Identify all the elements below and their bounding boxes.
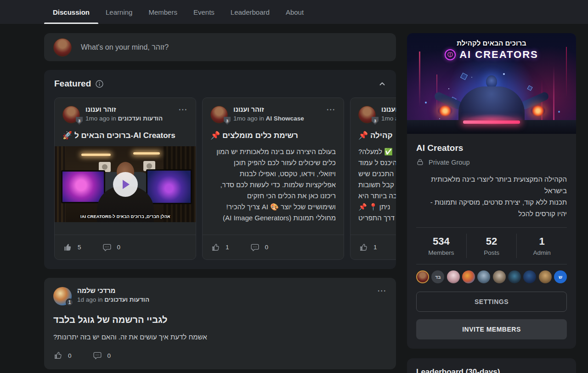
card-footer: 1 — [351, 235, 396, 259]
right-sidebar: ברוכים הבאים לקהילת AI CREATORS AI Creat… — [407, 33, 576, 349]
comment-count: 0 — [107, 352, 111, 359]
member-avatar[interactable]: בד — [431, 270, 444, 283]
post-meta: 1mo ago in הודעות ועדכונים — [381, 115, 396, 122]
stat-members: 534 Members — [416, 234, 466, 258]
body-line: ✅ למעלה? — [358, 146, 396, 157]
level-badge: 1 — [66, 298, 74, 306]
more-menu-icon[interactable]: ••• — [179, 106, 188, 112]
author-avatar[interactable]: 3 — [358, 106, 376, 123]
member-avatar[interactable] — [462, 270, 475, 283]
invite-members-button[interactable]: INVITE MEMBERS — [416, 319, 567, 339]
stat-label: Members — [416, 249, 466, 256]
body-line: בעולם היצירה עם בינה מלאכותית יש המון — [210, 146, 336, 157]
post-body: ✅ למעלה? היכנס ל עמוד התכנים שיש קבל תשו… — [358, 146, 396, 224]
post-title: 🚀 ברוכים הבאים ל-AI Creators — [62, 131, 188, 140]
like-button[interactable]: 1 — [211, 243, 229, 252]
comment-icon — [102, 243, 112, 252]
banner-art — [531, 106, 545, 116]
more-menu-icon[interactable]: ••• — [327, 106, 336, 112]
stat-value: 52 — [467, 235, 517, 247]
description-line: יהיו קורסים להכל — [416, 208, 567, 219]
post-meta: 1mo ago in הודעות ועדכונים — [85, 115, 163, 122]
level-badge: 3 — [224, 117, 231, 125]
group-body: AI Creators Private Group הקהילה המקצועי… — [407, 134, 576, 349]
like-button[interactable]: 5 — [63, 243, 81, 252]
member-avatar[interactable] — [477, 270, 490, 283]
post-time: 1mo ago in — [233, 115, 264, 122]
group-stats: 534 Members 52 Posts 1 Admin — [416, 228, 567, 264]
like-button[interactable]: 1 — [359, 243, 377, 252]
chevron-up-icon[interactable] — [379, 80, 386, 87]
body-line: ניתן 📍 📌 — [358, 201, 396, 212]
member-avatar[interactable] — [493, 270, 506, 283]
post-time: 1mo ago in — [381, 115, 396, 122]
current-user-avatar — [53, 38, 72, 57]
tab-leaderboard[interactable]: Leaderboard — [231, 0, 270, 24]
comment-button[interactable]: 0 — [250, 243, 269, 252]
featured-card-welcome[interactable]: 3 זוהר וענונו 1mo ago in הודעות ועדכונים… — [54, 98, 196, 260]
comment-count: 0 — [265, 244, 269, 251]
group-banner[interactable]: ברוכים הבאים לקהילת AI CREATORS — [407, 33, 576, 134]
play-button[interactable] — [113, 172, 138, 197]
info-icon[interactable] — [96, 80, 103, 88]
thumbs-up-icon — [53, 351, 62, 360]
group-description: הקהילה המקצועית ביותר ליוצרי בינה מלאכות… — [416, 173, 567, 219]
author-block: מרדכי שלמה 1d ago in הודעות ועדכונים — [77, 287, 149, 303]
like-count: 1 — [373, 244, 377, 251]
author-block: זוהר וענונו 1mo ago in הודעות ועדכונים — [381, 106, 396, 122]
leaderboard-title: Leaderboard (30-days) — [416, 367, 567, 373]
description-line: בישראל — [416, 185, 567, 196]
card-header: 3 זוהר וענונו 1mo ago in AI Showcase ••• — [210, 106, 336, 123]
feed-post[interactable]: 1 מרדכי שלמה 1d ago in הודעות ועדכונים •… — [44, 278, 396, 369]
composer-prompt: What's on your mind, זוהר? — [81, 43, 169, 52]
member-avatar[interactable]: ש — [554, 270, 567, 283]
tab-discussion[interactable]: Discussion — [53, 0, 90, 24]
comment-button[interactable]: 0 — [102, 243, 121, 252]
body-line: כלים שיכולים לעזור לכם להפיק תוכן — [210, 157, 336, 168]
thumb-art — [61, 170, 105, 203]
post-meta: 1d ago in הודעות ועדכונים — [77, 296, 149, 303]
settings-button[interactable]: SETTINGS — [416, 292, 567, 312]
author-name: זוהר וענונו — [381, 106, 396, 113]
member-avatar[interactable] — [523, 270, 536, 283]
video-thumbnail[interactable]: אהלן חברים, ברוכים הבאים ל-AI CREATORS! — [55, 146, 196, 222]
featured-card-tools[interactable]: 3 זוהר וענונו 1mo ago in AI Showcase •••… — [202, 98, 344, 260]
space-name[interactable]: הודעות ועדכונים — [104, 296, 149, 303]
group-card: ברוכים הבאים לקהילת AI CREATORS AI Creat… — [407, 33, 576, 349]
member-avatar[interactable] — [539, 270, 552, 283]
body-line: התכנים שיש — [358, 168, 396, 179]
leaderboard-card: Leaderboard (30-days) — [407, 358, 576, 373]
banner-art — [466, 114, 517, 126]
like-count: 0 — [68, 352, 72, 359]
like-button[interactable]: 0 — [53, 351, 72, 360]
author-avatar[interactable]: 3 — [210, 106, 228, 123]
comment-button[interactable]: 0 — [93, 351, 111, 360]
thumbs-up-icon — [63, 243, 72, 252]
tab-learning[interactable]: Learning — [106, 0, 132, 24]
featured-card-community[interactable]: 3 זוהר וענונו 1mo ago in הודעות ועדכונים… — [350, 98, 396, 260]
level-badge: 3 — [372, 117, 379, 125]
author-avatar[interactable]: 3 — [62, 106, 80, 123]
post-title: לגביי הרשמה של גוגל בלבד — [53, 315, 387, 325]
like-count: 1 — [226, 244, 229, 251]
member-avatar[interactable] — [508, 270, 521, 283]
body-line: אפליקציות שלמות. כדי לעשות לכם סדר, — [210, 179, 336, 190]
post-title: 📌 רשימת כלים מומלצים — [210, 131, 336, 140]
stat-value: 534 — [416, 235, 466, 247]
author-avatar[interactable]: 1 — [53, 287, 72, 305]
space-name[interactable]: הודעות ועדכונים — [118, 115, 163, 122]
member-avatar[interactable] — [447, 270, 460, 283]
author-name: מרדכי שלמה — [77, 287, 149, 294]
more-menu-icon[interactable]: ••• — [378, 287, 387, 293]
member-avatar[interactable] — [416, 270, 429, 283]
post-composer[interactable]: What's on your mind, זוהר? — [44, 33, 396, 61]
tab-events[interactable]: Events — [193, 0, 215, 24]
body-line: קבל תשובות — [358, 179, 396, 190]
stat-label: Admin — [517, 249, 567, 256]
tab-members[interactable]: Members — [148, 0, 177, 24]
space-name[interactable]: AI Showcase — [266, 115, 304, 122]
body-line: בה ביותר היא — [358, 190, 396, 201]
post-time: 1d ago in — [77, 296, 103, 303]
tab-about[interactable]: About — [286, 0, 304, 24]
stat-value: 1 — [517, 235, 567, 247]
